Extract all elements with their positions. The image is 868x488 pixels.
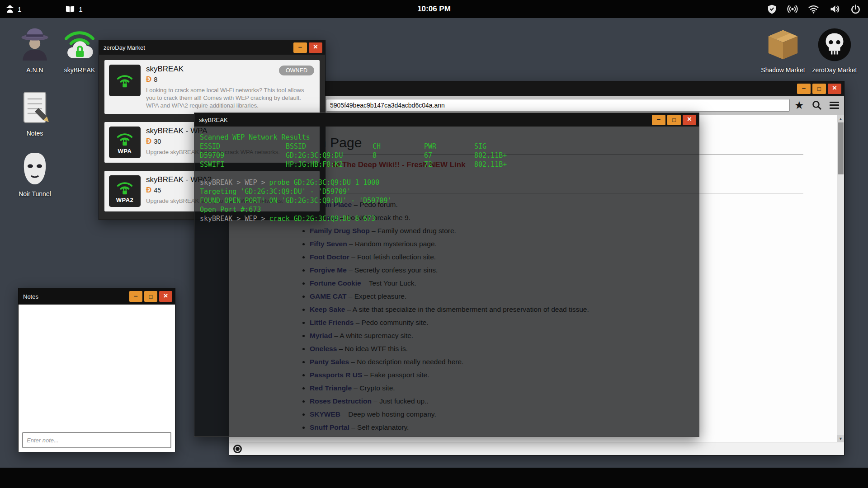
desktop-icon-label: zeroDay Market: [801, 66, 868, 74]
scrollbar[interactable]: ▲ ▼: [837, 115, 844, 442]
minimize-button[interactable]: [652, 115, 665, 125]
notes-window: Notes: [18, 288, 175, 452]
terminal-line: FOUND OPEN PORT! ON 'GD:2G:3C:Q9:DU' - '…: [200, 196, 694, 205]
close-button[interactable]: [683, 115, 696, 125]
terminal-command-lines: skyBREAK > WEP > probe GD:2G:3C:Q9:DU 1 …: [200, 178, 694, 223]
notes-list-area[interactable]: [19, 305, 175, 452]
book-icon: [65, 5, 75, 14]
minimize-button[interactable]: [797, 84, 811, 94]
terminal-line: Open Port #:673: [200, 205, 694, 214]
minimize-button[interactable]: [293, 42, 307, 53]
broadcast-icon[interactable]: [787, 4, 798, 14]
wifi-icon[interactable]: [808, 4, 819, 14]
note-input[interactable]: [22, 432, 171, 448]
skull-icon: [815, 25, 854, 64]
book-count: 1: [79, 5, 82, 13]
price-value: 30: [154, 138, 161, 145]
desktop: 1 1 10:06 PM: [0, 0, 868, 488]
hacker-alert-badge[interactable]: 1: [5, 5, 21, 14]
wifi-crack-icon: [60, 25, 99, 64]
bookmark-star-icon[interactable]: ★: [794, 100, 804, 111]
system-clock: 10:06 PM: [417, 5, 451, 14]
desktop-icon-label: Noir Tunnel: [1, 190, 69, 197]
mask-icon: [15, 149, 54, 188]
currency-icon: [146, 186, 151, 194]
browser-statusbar: [229, 442, 844, 455]
scroll-up-button[interactable]: ▲: [837, 115, 844, 122]
price-value: 45: [154, 187, 161, 194]
wifi-tile-icon: WPA: [109, 127, 141, 158]
close-button[interactable]: [828, 84, 841, 94]
terminal-output[interactable]: Scanned WEP Network Results ESSIDBSSIDCH…: [194, 127, 699, 223]
desktop-icon-noir-tunnel[interactable]: Noir Tunnel: [1, 149, 69, 197]
notes-title: Notes: [23, 293, 38, 300]
maximize-button[interactable]: [667, 115, 681, 125]
maximize-button[interactable]: [144, 291, 157, 302]
close-button[interactable]: [159, 291, 172, 302]
status-indicator-icon[interactable]: [233, 445, 242, 453]
network-row: D59709GD:2G:3C:Q9:DU867802.11B+: [200, 151, 694, 160]
zeroday-title: zeroDay Market: [104, 44, 145, 51]
terminal-blank-line: [200, 169, 694, 178]
terminal-prompt: skyBREAK > WEP >: [200, 178, 269, 187]
terminal-line: Targeting 'GD:2G:3C:Q9:DU' - 'D59709': [200, 187, 694, 196]
skybreak-terminal-window: skyBREAK Scanned WEP Network Results ESS…: [194, 113, 699, 437]
network-row: SSWIFIHP:JG:HB:F8:K272802.11B+: [200, 160, 694, 169]
zeroday-titlebar[interactable]: zeroDay Market: [99, 40, 325, 55]
network-table-rows: D59709GD:2G:3C:Q9:DU867802.11B+ SSWIFIHP…: [200, 151, 694, 169]
maximize-button[interactable]: [812, 84, 826, 94]
minimize-button[interactable]: [129, 291, 142, 302]
desktop-icon-zeroday-market[interactable]: zeroDay Market: [801, 25, 868, 74]
wifi-tile-icon: [109, 65, 141, 96]
hacker-alert-count: 1: [18, 5, 21, 13]
terminal-text: crack GD:2G:3C:Q9:DU 8 673: [269, 215, 376, 223]
scroll-down-button[interactable]: ▼: [837, 435, 844, 442]
terminal-prompt: skyBREAK > WEP >: [200, 215, 269, 223]
market-item-price: 8: [146, 75, 315, 83]
book-badge[interactable]: 1: [65, 5, 82, 14]
terminal-text: probe GD:2G:3C:Q9:DU 1 1000: [269, 178, 380, 187]
box-icon: [764, 25, 802, 64]
currency-icon: [146, 137, 151, 145]
top-bar: 1 1 10:06 PM: [0, 0, 868, 18]
menu-icon[interactable]: [830, 102, 839, 109]
terminal-text: Open Port #:673: [200, 206, 261, 214]
url-input[interactable]: [326, 99, 790, 112]
shield-icon[interactable]: [767, 4, 777, 14]
terminal-text: Targeting 'GD:2G:3C:Q9:DU' - 'D59709': [200, 188, 351, 196]
power-icon[interactable]: [850, 4, 861, 14]
desktop-icon-label: Notes: [1, 130, 69, 137]
terminal-line: skyBREAK > WEP > probe GD:2G:3C:Q9:DU 1 …: [200, 178, 694, 187]
search-icon[interactable]: [811, 100, 822, 111]
wifi-tile-icon: WPA2: [109, 175, 141, 207]
taskbar[interactable]: [0, 468, 868, 488]
notepad-icon: [15, 89, 54, 127]
hacker-alert-icon: [5, 5, 14, 14]
tile-label: WPA2: [116, 197, 134, 203]
close-button[interactable]: [309, 42, 322, 53]
terminal-text: FOUND OPEN PORT! ON 'GD:2G:3C:Q9:DU' - '…: [200, 197, 392, 205]
volume-icon[interactable]: [829, 4, 840, 14]
notes-titlebar[interactable]: Notes: [19, 288, 175, 305]
desktop-icon-notes[interactable]: Notes: [1, 89, 69, 137]
network-table-header: ESSIDBSSIDCHPWRSIG: [200, 142, 694, 151]
system-tray: [767, 4, 861, 14]
scrollbar-thumb[interactable]: [838, 122, 844, 174]
owned-badge: OWNED: [279, 66, 314, 75]
currency-icon: [146, 75, 151, 83]
price-value: 8: [154, 76, 157, 83]
terminal-title: skyBREAK: [199, 117, 228, 123]
terminal-line: skyBREAK > WEP > crack GD:2G:3C:Q9:DU 8 …: [200, 214, 694, 223]
terminal-line: Scanned WEP Network Results: [200, 133, 694, 142]
market-item[interactable]: skyBREAK 8 Looking to crack some local W…: [104, 60, 320, 114]
terminal-titlebar[interactable]: skyBREAK: [194, 113, 699, 127]
market-item-description: Looking to crack some local Wi-Fi networ…: [146, 86, 315, 109]
tile-label: WPA: [118, 148, 132, 155]
